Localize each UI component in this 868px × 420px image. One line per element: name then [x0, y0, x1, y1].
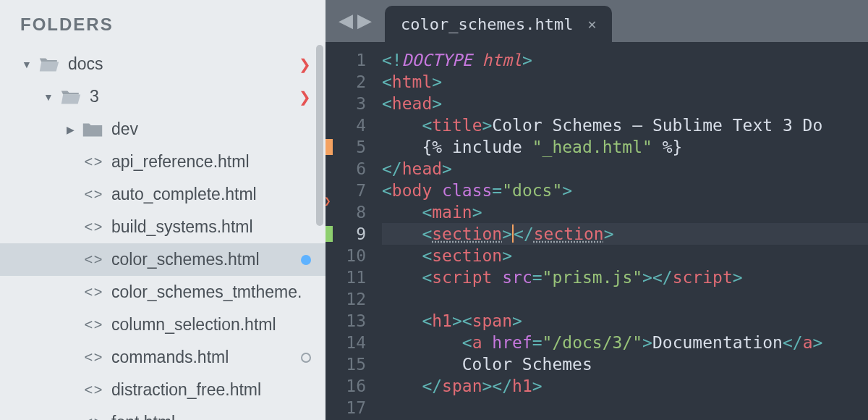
gutter-mark-row [326, 310, 336, 332]
code-file-icon: < > [80, 284, 106, 301]
code-line[interactable]: <body class="docs"> [382, 180, 868, 201]
code-area[interactable]: 1234567891011121314151617 <!DOCTYPE html… [326, 42, 868, 420]
code-line[interactable]: <section> [382, 245, 868, 266]
code-file-icon: < > [80, 316, 106, 333]
git-status-icon: ❯ [299, 56, 311, 73]
line-number: 3 [336, 93, 366, 114]
nav-forward-icon[interactable]: ▶ [357, 9, 372, 32]
tree-item-label: distraction_free.html [111, 380, 311, 400]
line-number: 2 [336, 71, 366, 93]
folder-icon [80, 121, 106, 138]
line-number-gutter: 1234567891011121314151617 [336, 42, 376, 420]
code-line[interactable]: <title>Color Schemes – Sublime Text 3 Do [382, 114, 868, 136]
gutter-mark-row [326, 397, 336, 419]
gutter-mark-row [326, 332, 336, 353]
sidebar-scrollbar[interactable] [316, 45, 323, 420]
tree-item-label: docs [68, 54, 299, 74]
gutter-mark-row [326, 49, 336, 71]
tree-item-label: color_schemes_tmtheme. [111, 282, 311, 302]
git-status-icon: ❯ [299, 88, 311, 106]
code-line[interactable]: <head> [382, 93, 868, 114]
code-line[interactable]: {% include "_head.html" %} [382, 136, 868, 158]
code-line[interactable]: <!DOCTYPE html> [382, 49, 868, 71]
line-number: 13 [336, 310, 366, 332]
folder-icon [58, 88, 84, 106]
code-line[interactable]: <section></section> [382, 223, 868, 245]
code-content[interactable]: <!DOCTYPE html><html><head> <title>Color… [376, 42, 868, 420]
sidebar-header: FOLDERS [0, 14, 326, 48]
code-line[interactable]: <h1><span> [382, 310, 868, 332]
code-line[interactable]: <main> [382, 201, 868, 223]
tree-item-label: auto_complete.html [111, 185, 311, 204]
code-line[interactable]: </span></h1> [382, 375, 868, 397]
tree-item-label: font.html [111, 413, 311, 420]
tab-close-icon[interactable]: ✕ [587, 15, 596, 33]
code-file-icon: < > [80, 349, 106, 366]
line-number: 16 [336, 375, 366, 397]
open-file-indicator-icon [301, 353, 311, 363]
gutter-mark-row [326, 158, 336, 180]
chevron-right-icon[interactable]: ▶ [64, 124, 77, 135]
line-number: 11 [336, 266, 366, 288]
line-number: 8 [336, 201, 366, 223]
file-row[interactable]: < >distraction_free.html [0, 374, 326, 406]
tree-item-label: dev [111, 119, 311, 139]
gutter-mark-row [326, 375, 336, 397]
line-number: 14 [336, 332, 366, 353]
gutter-marks [326, 42, 336, 420]
code-file-icon: < > [80, 219, 106, 235]
folder-row[interactable]: ▼docs❯ [0, 48, 326, 80]
dirty-indicator-icon [301, 255, 311, 265]
tab-active[interactable]: color_schemes.html ✕ [385, 6, 612, 42]
tree-item-label: commands.html [111, 348, 292, 367]
scrollbar-thumb[interactable] [316, 45, 323, 226]
file-row[interactable]: < >auto_complete.html [0, 178, 326, 211]
tree-item-label: color_schemes.html [111, 250, 292, 269]
file-row[interactable]: < >font.html [0, 406, 326, 420]
code-line[interactable]: <script src="prism.js"></script> [382, 266, 868, 288]
folder-row[interactable]: ▶dev [0, 113, 326, 146]
gutter-mark-row [326, 180, 336, 201]
gutter-diff-marker [326, 139, 333, 155]
chevron-down-icon[interactable]: ▼ [42, 91, 55, 103]
code-line[interactable]: <html> [382, 71, 868, 93]
code-file-icon: < > [80, 414, 106, 420]
file-row[interactable]: < >column_selection.html [0, 308, 326, 341]
line-number: 9 [336, 223, 366, 245]
code-line[interactable]: </head> [382, 158, 868, 180]
tree-item-label: 3 [90, 87, 299, 106]
line-number: 10 [336, 245, 366, 266]
file-row[interactable]: < >color_schemes.html [0, 243, 326, 276]
folder-row[interactable]: ▼3❯ [0, 80, 326, 113]
code-file-icon: < > [80, 154, 106, 170]
line-number: 6 [336, 158, 366, 180]
line-number: 5 [336, 136, 366, 158]
line-number: 7 [336, 180, 366, 201]
tree-item-label: api_reference.html [111, 152, 311, 172]
chevron-down-icon[interactable]: ▼ [20, 59, 33, 70]
code-file-icon: < > [80, 251, 106, 268]
gutter-mark-row [326, 223, 336, 245]
nav-arrows: ◀ ▶ [333, 9, 385, 42]
tree-item-label: build_systems.html [111, 217, 311, 237]
code-line[interactable] [382, 288, 868, 310]
tab-title: color_schemes.html [401, 15, 573, 33]
gutter-mark-row [326, 136, 336, 158]
file-row[interactable]: < >commands.html [0, 341, 326, 374]
code-line[interactable]: Color Schemes [382, 353, 868, 375]
gutter-mark-row [326, 245, 336, 266]
gutter-mark-row [326, 353, 336, 375]
tree-item-label: column_selection.html [111, 315, 311, 335]
gutter-mark-row [326, 93, 336, 114]
line-number: 15 [336, 353, 366, 375]
editor-pane: ◀ ▶ color_schemes.html ✕ 123456789101112… [326, 0, 868, 420]
file-row[interactable]: < >build_systems.html [0, 211, 326, 243]
file-row[interactable]: < >color_schemes_tmtheme. [0, 276, 326, 308]
text-cursor [512, 224, 514, 243]
line-number: 1 [336, 49, 366, 71]
gutter-diff-marker [326, 226, 333, 242]
nav-back-icon[interactable]: ◀ [339, 9, 353, 32]
code-line[interactable] [382, 397, 868, 419]
file-row[interactable]: < >api_reference.html [0, 146, 326, 178]
code-line[interactable]: <a href="/docs/3/">Documentation</a> [382, 332, 868, 353]
